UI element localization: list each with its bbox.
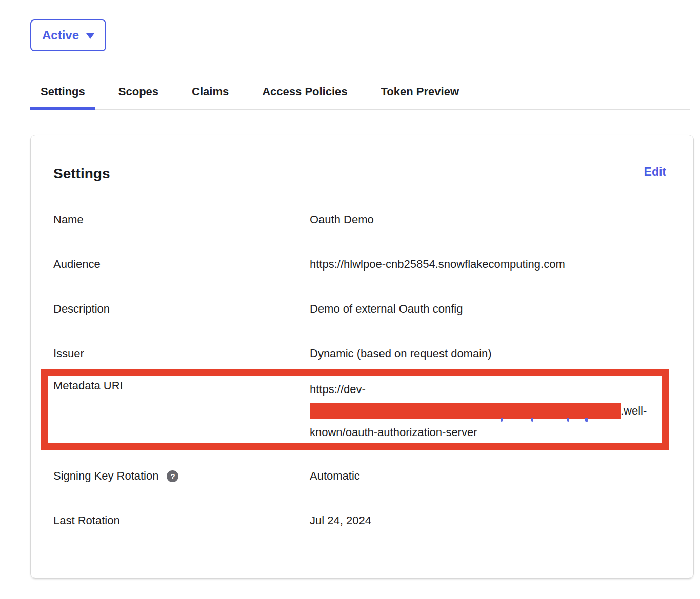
tab-access-policies[interactable]: Access Policies (252, 85, 357, 109)
tab-token-preview[interactable]: Token Preview (371, 85, 469, 109)
metadata-uri-line3: known/oauth-authorization-server (310, 422, 647, 443)
field-label: Last Rotation (53, 513, 310, 528)
field-row-name: Name Oauth Demo (53, 213, 666, 227)
redaction-bar (310, 403, 621, 419)
card-header: Settings Edit (53, 165, 666, 182)
field-label: Metadata URI (53, 379, 310, 443)
field-label: Signing Key Rotation ? (53, 469, 310, 483)
edit-link[interactable]: Edit (644, 165, 666, 179)
field-label: Name (53, 213, 310, 227)
caret-down-icon (86, 33, 94, 39)
page: Active Settings Scopes Claims Access Pol… (0, 0, 700, 579)
field-value: Jul 24, 2024 (310, 513, 371, 528)
field-value: Dynamic (based on request domain) (310, 346, 492, 361)
question-mark-icon[interactable]: ? (167, 470, 178, 482)
field-row-signing-key-rotation: Signing Key Rotation ? Automatic (53, 469, 666, 483)
field-label: Description (53, 302, 310, 316)
metadata-uri-line2-suffix: .well- (621, 404, 647, 417)
field-row-last-rotation: Last Rotation Jul 24, 2024 (53, 513, 666, 528)
status-dropdown-button[interactable]: Active (30, 19, 106, 51)
field-label-text: Signing Key Rotation (53, 469, 158, 483)
tab-claims[interactable]: Claims (182, 85, 239, 109)
field-row-metadata-uri: Metadata URI https://dev- .well- known/o… (53, 379, 662, 443)
card-title: Settings (53, 165, 110, 182)
field-row-description: Description Demo of external Oauth confi… (53, 302, 666, 316)
tab-scopes[interactable]: Scopes (108, 85, 169, 109)
field-row-issuer: Issuer Dynamic (based on request domain) (53, 346, 666, 361)
metadata-uri-line2: .well- (310, 400, 647, 422)
field-label: Issuer (53, 346, 310, 361)
field-label: Audience (53, 257, 310, 272)
field-row-audience: Audience https://hlwlpoe-cnb25854.snowfl… (53, 257, 666, 272)
field-value: Oauth Demo (310, 213, 374, 227)
status-label: Active (42, 28, 79, 43)
tab-settings[interactable]: Settings (30, 85, 95, 109)
settings-card: Settings Edit Name Oauth Demo Audience h… (30, 135, 694, 579)
tab-bar: Settings Scopes Claims Access Policies T… (30, 85, 690, 110)
field-value: https://hlwlpoe-cnb25854.snowflakecomput… (310, 257, 565, 272)
metadata-uri-link[interactable]: https://dev- .well- known/oauth-authoriz… (310, 379, 647, 443)
field-value: Automatic (310, 469, 360, 483)
field-value: Demo of external Oauth config (310, 302, 463, 316)
metadata-uri-line1: https://dev- (310, 379, 647, 400)
metadata-uri-highlight-annotation: Metadata URI https://dev- .well- known/o… (41, 369, 669, 450)
